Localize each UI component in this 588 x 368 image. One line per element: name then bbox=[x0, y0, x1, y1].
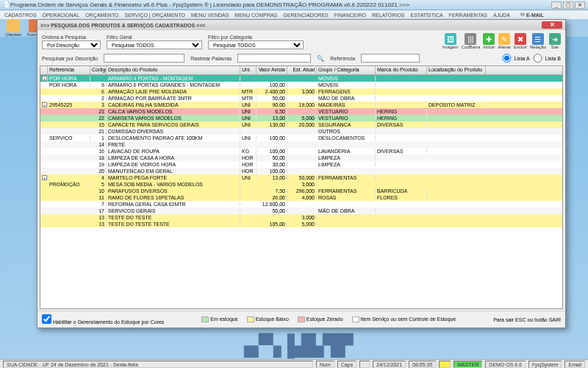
menu-ajuda[interactable]: AJUDA bbox=[493, 13, 510, 18]
clientes-icon[interactable] bbox=[7, 19, 20, 32]
table-row[interactable]: 2ARMAÇÃO POR BARRA ATE 3MTRMTR50,00MÃO D… bbox=[40, 95, 562, 102]
main-menubar: CADASTROS OPERACIONAL ORÇAMENTO SERVIÇO … bbox=[0, 10, 588, 19]
menu-ferramentas[interactable]: FERRAMENTAS bbox=[449, 13, 487, 18]
menu-orcamento[interactable]: ORÇAMENTO bbox=[85, 13, 118, 18]
col-est[interactable]: Est. Atual bbox=[287, 66, 317, 74]
table-row[interactable]: 6ARMAÇÃO LAJE PRE MOLDADAMTR2.400,003,00… bbox=[40, 88, 562, 95]
swatch-em-estoque bbox=[201, 316, 209, 322]
table-row[interactable]: 22CAMISETA VARIOS MODELOSUNI13,005,000VE… bbox=[40, 115, 562, 121]
col-sel[interactable] bbox=[40, 66, 48, 74]
col-uni[interactable]: Uni. bbox=[240, 66, 257, 74]
menu-servico[interactable]: SERVIÇO | ORÇAMENTO bbox=[125, 13, 185, 18]
menu-estatistica[interactable]: ESTATÍSTICA bbox=[411, 13, 443, 18]
excluir-button[interactable]: ✖Excluir bbox=[514, 33, 527, 49]
col-referencia[interactable]: Referencia bbox=[48, 66, 90, 74]
window-titlebar: 📄 Programa Ordem de Serviços Gerais & Fi… bbox=[0, 0, 588, 10]
table-row[interactable]: +POR HORAARMARIO 4 PORTAS - MONTAGEMMOVE… bbox=[40, 75, 562, 82]
table-row[interactable]: 14FRETE bbox=[40, 141, 562, 148]
search-dialog: >>> PESQUISA DOS PRODUTOS & SERVIÇOS CAD… bbox=[37, 19, 566, 328]
swatch-item-servico bbox=[352, 316, 359, 322]
table-row[interactable]: 21COMISSAO DIVERSASOUTROS bbox=[40, 128, 562, 135]
status-city: SUA CIDADE - UF 24 de Dezembro de 2021 -… bbox=[3, 361, 313, 368]
table-row[interactable]: 19LIMPEZA DE VIDROS HORAHOR30,00LIMPEZA bbox=[40, 161, 562, 168]
grid-header: Referencia Código Descrição do Produto U… bbox=[40, 66, 562, 75]
relacao-icon: ☰ bbox=[532, 33, 544, 45]
col-codigo[interactable]: Código bbox=[90, 66, 107, 74]
ordena-select[interactable]: Por Descrição bbox=[42, 40, 101, 49]
lista-a-radio[interactable] bbox=[502, 54, 512, 63]
ordena-label: Ordena a Pesquisa bbox=[42, 35, 101, 40]
pesq-desc-label: Pesquisar por Descrição bbox=[42, 56, 98, 61]
expand-icon[interactable]: + bbox=[42, 102, 47, 107]
status-master: MASTER bbox=[453, 361, 482, 368]
col-valor[interactable]: Valor Avista bbox=[257, 66, 287, 74]
incluir-button[interactable]: ✚Incluir bbox=[483, 33, 495, 49]
status-email[interactable]: Email bbox=[564, 361, 585, 368]
menu-vendas[interactable]: MENU VENDAS bbox=[191, 13, 229, 18]
status-fpq[interactable]: FpqSystem bbox=[528, 361, 562, 368]
sair-button[interactable]: ➜Sair bbox=[549, 33, 561, 49]
menu-operacional[interactable]: OPERACIONAL bbox=[43, 13, 80, 18]
col-local[interactable]: Localização do Produto bbox=[427, 66, 486, 74]
envelope-icon: ✉ bbox=[520, 12, 525, 18]
menu-financeiro[interactable]: FINANCEIRO bbox=[334, 13, 366, 18]
menu-cadastros[interactable]: CADASTROS bbox=[4, 13, 37, 18]
table-row[interactable]: 7REFORMA GERAL CASA 62MTR12.000,00 bbox=[40, 201, 562, 208]
status-spacer bbox=[359, 361, 370, 368]
status-caps: Caps bbox=[337, 361, 356, 368]
referencia-input[interactable] bbox=[361, 54, 420, 63]
filtro-geral-select[interactable]: Pesquisar TODOS bbox=[107, 40, 202, 49]
minimize-button[interactable]: _ bbox=[551, 1, 562, 9]
table-row[interactable]: +4MARTELO PEGA FORTEUNI13,0050,000FERRAM… bbox=[40, 174, 562, 181]
window-title: Programa Ordem de Serviços Gerais & Fina… bbox=[10, 1, 409, 8]
alterar-button[interactable]: ✎Alterar bbox=[498, 33, 511, 49]
table-row[interactable]: 15CAPACETE PARA SERVICOS GERAISUNI130,00… bbox=[40, 121, 562, 128]
app-icon: 📄 bbox=[3, 1, 10, 8]
excluir-icon: ✖ bbox=[514, 33, 526, 45]
table-row[interactable]: 13TESTE DO TESTE3,000 bbox=[40, 214, 562, 221]
close-button[interactable]: ✕ bbox=[575, 1, 585, 9]
col-marca[interactable]: Marca do Produto bbox=[376, 66, 427, 74]
maximize-button[interactable]: ▢ bbox=[563, 1, 573, 9]
codbarra-button[interactable]: |||CodBarra bbox=[462, 33, 481, 49]
legend-bar: Habilitar o Gerenciamento do Estoque por… bbox=[37, 311, 565, 328]
table-row[interactable]: 20MANUTENCAO EM GERALHOR100,00 bbox=[40, 168, 562, 174]
pesq-desc-input[interactable] bbox=[104, 54, 184, 63]
incluir-icon: ✚ bbox=[483, 33, 495, 45]
status-date: 24/12/2021 bbox=[373, 361, 406, 368]
col-descricao[interactable]: Descrição do Produto bbox=[107, 66, 240, 74]
grid-body[interactable]: +POR HORAARMARIO 4 PORTAS - MONTAGEMMOVE… bbox=[40, 75, 562, 308]
table-row[interactable]: SERVIÇO1DESLOCAMENTO PADRAO ATE 100KMUNI… bbox=[40, 135, 562, 141]
table-row[interactable]: 10PARAFUSOS DIVERSOS7,50296,000FERRAMENT… bbox=[40, 188, 562, 194]
cores-checkbox[interactable] bbox=[42, 314, 51, 324]
table-row[interactable]: 23CALCA VARIOS MODELOSUNI6,50VESTUARIOHE… bbox=[40, 108, 562, 115]
menu-gerenciadores[interactable]: GERENCIADORES bbox=[283, 13, 328, 18]
results-grid: Referencia Código Descrição do Produto U… bbox=[40, 66, 563, 309]
table-row[interactable]: POR HORA9ARMARIO 6 PORTAS GRANDES - MONT… bbox=[40, 82, 562, 88]
imagem-icon: 🖼 bbox=[445, 33, 456, 45]
search-icon[interactable]: 🔍 bbox=[317, 55, 324, 62]
lista-b-radio[interactable] bbox=[533, 54, 542, 63]
table-row[interactable]: 13TESTE DO TESTE TESTE105,005,000 bbox=[40, 221, 562, 227]
rastrear-input[interactable] bbox=[237, 54, 311, 63]
dialog-close-button[interactable]: ✕ bbox=[542, 21, 562, 29]
email-button[interactable]: ✉E-MAIL bbox=[520, 12, 544, 18]
sair-icon: ➜ bbox=[549, 33, 561, 45]
menu-relatorios[interactable]: RELATÓRIOS bbox=[372, 13, 405, 18]
table-row[interactable]: 18LIMPEZA DE CASA A HORAHOR50,00LIMPEZA bbox=[40, 155, 562, 161]
menu-compras[interactable]: MENU COMPRAS bbox=[234, 13, 277, 18]
table-row[interactable]: PROMOÇÃO5MESA SOB MEDIA - VARIOS MODELOS… bbox=[40, 181, 562, 188]
dialog-title-text: >>> PESQUISA DOS PRODUTOS & SERVIÇOS CAD… bbox=[40, 23, 205, 28]
relacao-button[interactable]: ☰Relação bbox=[530, 33, 546, 49]
table-row[interactable]: 16LAVACAO DE ROUPAKG100,00LAVANDERIADIVE… bbox=[40, 148, 562, 155]
imagem-button[interactable]: 🖼Imagem bbox=[442, 33, 459, 49]
expand-icon[interactable]: + bbox=[42, 76, 47, 81]
table-row[interactable]: +295452253CADEIRAS PALHA S/MEDIDAUNI90,0… bbox=[40, 102, 562, 108]
table-row[interactable]: 11RAMO DE FLORES 16PETALAS26,004,000ROSA… bbox=[40, 194, 562, 201]
expand-icon[interactable]: + bbox=[42, 175, 47, 180]
table-row[interactable]: 17SERVICOS GERAIS50,00MÃO DE OBRA bbox=[40, 208, 562, 214]
referencia-label: Referencia bbox=[330, 56, 355, 61]
col-grupo[interactable]: Grupo / Categoria bbox=[317, 66, 376, 74]
alterar-icon: ✎ bbox=[498, 33, 510, 45]
filtro-cat-select[interactable]: Pesquisar TODOS bbox=[208, 40, 304, 49]
